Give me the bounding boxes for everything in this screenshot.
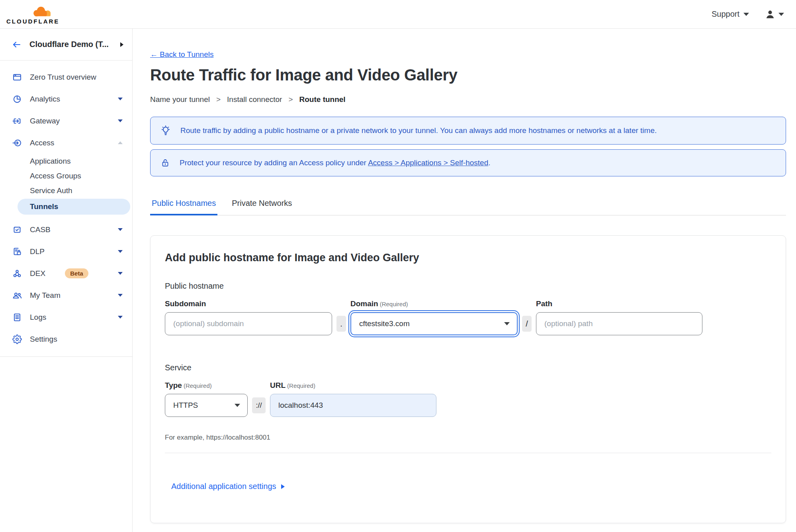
chevron-right-icon (120, 42, 123, 47)
chevron-down-icon (118, 294, 123, 297)
service-url-field: URL(Required) (270, 381, 436, 417)
support-label: Support (712, 10, 739, 19)
breadcrumb: Name your tunnel > Install connector > R… (150, 95, 786, 104)
sidebar-item-label: CASB (30, 225, 118, 234)
service-url-input[interactable] (270, 394, 436, 417)
dex-icon (12, 268, 22, 279)
subdomain-input[interactable] (165, 312, 332, 335)
sidebar-item-label: Gateway (30, 117, 118, 125)
cloudflare-logo[interactable]: CLOUDFLARE (6, 6, 59, 25)
slash-separator: / (522, 316, 532, 332)
subdomain-field: Subdomain (165, 299, 332, 335)
sidebar-item-settings[interactable]: Settings (0, 328, 132, 350)
back-to-tunnels-link[interactable]: ← Back to Tunnels (150, 50, 213, 59)
sidebar: Cloudflare Demo (T... Zero Trust overvie… (0, 29, 133, 532)
sidebar-item-access-groups[interactable]: Access Groups (0, 168, 132, 183)
sidebar-item-gateway[interactable]: Gateway (0, 110, 132, 132)
sidebar-item-service-auth[interactable]: Service Auth (0, 183, 132, 198)
sidebar-nav: Zero Trust overview Analytics G (0, 61, 132, 357)
chevron-down-icon (778, 13, 784, 16)
access-policy-banner: Protect your resource by adding an Acces… (150, 149, 786, 176)
domain-field: Domain(Required) cftestsite3.com (350, 299, 518, 335)
domain-select[interactable]: cftestsite3.com (350, 312, 518, 335)
lock-icon (160, 158, 170, 168)
sidebar-item-logs[interactable]: Logs (0, 306, 132, 328)
public-hostname-card: Add public hostname for Image and Video … (150, 235, 786, 523)
sidebar-item-zero-trust-overview[interactable]: Zero Trust overview (0, 66, 132, 88)
account-switcher[interactable]: Cloudflare Demo (T... (0, 29, 132, 61)
tab-public-hostnames[interactable]: Public Hostnames (150, 199, 217, 215)
sidebar-item-tunnels[interactable]: Tunnels (18, 199, 130, 215)
sidebar-item-label: DLP (30, 247, 118, 256)
chevron-down-icon (118, 119, 123, 122)
path-input[interactable] (536, 312, 702, 335)
sidebar-item-label: Settings (30, 335, 123, 344)
cloudflare-cloud-icon (31, 6, 53, 18)
step-name-your-tunnel[interactable]: Name your tunnel (150, 95, 210, 104)
account-name: Cloudflare Demo (T... (29, 40, 120, 49)
chevron-down-icon (118, 316, 123, 319)
route-traffic-info-banner: Route traffic by adding a public hostnam… (150, 117, 786, 145)
domain-label: Domain (350, 299, 378, 308)
sidebar-item-my-team[interactable]: My Team (0, 284, 132, 306)
chevron-down-icon (743, 13, 749, 16)
path-label: Path (536, 299, 552, 308)
support-menu[interactable]: Support (712, 10, 749, 19)
sidebar-item-label: Analytics (30, 95, 118, 104)
sidebar-divider (0, 356, 132, 357)
sidebar-item-dex[interactable]: DEX Beta (0, 262, 132, 284)
sidebar-item-casb[interactable]: CASB (0, 219, 132, 241)
chevron-down-icon (118, 250, 123, 253)
chevron-down-icon (118, 272, 123, 275)
access-applications-self-hosted-link[interactable]: Access > Applications > Self-hosted (368, 158, 488, 167)
sidebar-item-analytics[interactable]: Analytics (0, 88, 132, 110)
page-title: Route Traffic for Image and Video Galler… (150, 66, 786, 84)
sidebar-item-applications[interactable]: Applications (0, 154, 132, 168)
gateway-icon (12, 116, 22, 126)
required-label: (Required) (380, 301, 408, 307)
url-example-text: For example, https://localhost:8001 (165, 434, 771, 442)
arrow-left-icon (12, 40, 22, 49)
service-type-select[interactable]: HTTPS (165, 394, 248, 417)
team-icon (12, 290, 22, 301)
user-icon (765, 9, 775, 20)
tab-bar: Public Hostnames Private Networks (150, 199, 786, 215)
chevron-down-icon (504, 322, 510, 325)
chevron-down-icon (118, 98, 123, 100)
card-divider (165, 453, 771, 453)
banner-text: Route traffic by adding a public hostnam… (180, 126, 657, 135)
domain-value: cftestsite3.com (359, 319, 410, 328)
logs-icon (12, 312, 22, 323)
beta-badge: Beta (65, 268, 88, 278)
chevron-down-icon (235, 404, 240, 407)
sidebar-item-label: Access (30, 139, 118, 147)
path-field: Path (536, 299, 702, 335)
step-route-tunnel: Route tunnel (299, 95, 346, 104)
url-label: URL (270, 381, 286, 389)
sidebar-item-dlp[interactable]: DLP (0, 241, 132, 262)
banner-text: . (488, 158, 490, 167)
scheme-separator: :// (252, 397, 266, 413)
subdomain-label: Subdomain (165, 299, 206, 308)
step-separator: > (216, 95, 221, 104)
overview-icon (12, 72, 22, 82)
sidebar-item-label: My Team (30, 291, 118, 300)
analytics-icon (12, 94, 22, 104)
top-header: CLOUDFLARE Support (0, 0, 796, 29)
step-separator: > (288, 95, 293, 104)
sidebar-item-access[interactable]: Access (0, 132, 132, 154)
user-menu[interactable] (765, 9, 784, 20)
main-content: ← Back to Tunnels Route Traffic for Imag… (133, 29, 796, 532)
dlp-icon (12, 246, 22, 257)
sidebar-item-label: Zero Trust overview (30, 73, 123, 82)
chevron-up-icon (118, 141, 123, 144)
additional-application-settings-toggle[interactable]: Additional application settings (171, 482, 285, 491)
public-hostname-label: Public hostname (165, 282, 771, 291)
tab-private-networks[interactable]: Private Networks (230, 199, 293, 215)
chevron-right-icon (281, 484, 285, 489)
cloudflare-wordmark: CLOUDFLARE (6, 18, 59, 25)
access-submenu: Applications Access Groups Service Auth … (0, 154, 132, 215)
step-install-connector[interactable]: Install connector (227, 95, 282, 104)
service-type-field: Type(Required) HTTPS (165, 381, 248, 417)
service-type-value: HTTPS (173, 401, 198, 410)
